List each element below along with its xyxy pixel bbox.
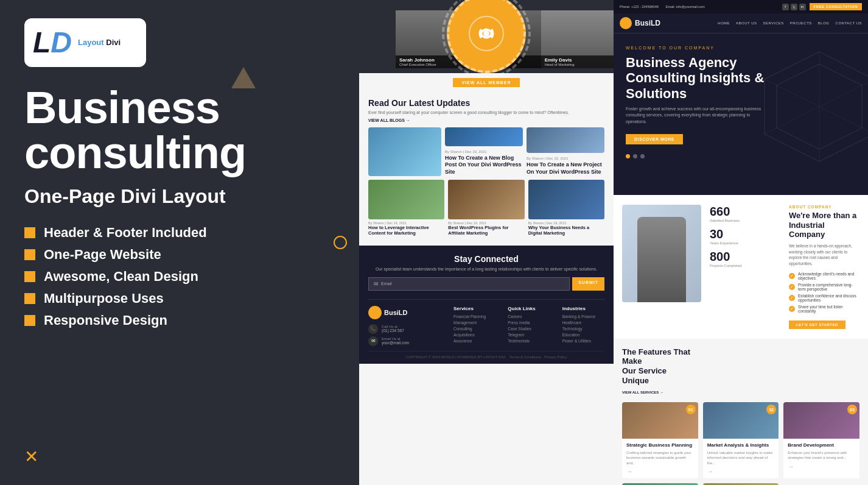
svg-line-6 [765,79,868,134]
footer-ind-3[interactable]: Technology [562,327,604,331]
triangle-decoration [231,67,256,88]
circle-decoration [334,236,347,249]
footer-qlink-5[interactable]: Testimonials [508,339,550,343]
footer-link-4[interactable]: Acquisitions [453,333,495,337]
check-icon-4: ✓ [789,306,795,312]
footer-services-title: Services [453,306,495,311]
feature-item-5: Responsive Design [24,313,335,328]
cross-decoration: ✕ [24,447,38,467]
feature-arrow-2[interactable]: → [707,468,775,475]
footer-qlink-1[interactable]: Careers [508,314,550,319]
footer-copyright: COPYRIGHT © 2024 BUSILD | POWERED BY LAY… [368,351,604,359]
footer-ind-1[interactable]: Banking & Finance [562,314,604,319]
logo-text: Layout Divi [78,38,121,48]
hero-dot-1[interactable] [626,154,630,158]
feature-card-desc-3: Enhance your brand's presence with strat… [788,450,855,461]
feature-arrow-3[interactable]: → [788,463,855,470]
blog-grid-bottom: By Sharon | Dec 19, 2021 How to Leverage… [368,180,604,236]
discover-button[interactable]: DISCOVER MORE [626,134,683,144]
footer-qlink-3[interactable]: Case Studies [508,327,550,331]
right-nav-logo: BusiLD [620,17,660,29]
subtitle: One-Page Divi Layout [24,185,335,208]
feature-card-title-1: Strategic Business Planning [626,442,694,448]
topbar-phone: Phone: +123 - 234568048 [620,5,659,9]
team-name-3: Emily Davis [545,57,610,63]
feature-card-num-1: 01 [686,405,696,414]
about-image [622,205,701,302]
lets-start-button[interactable]: LET'S GET STARTED [789,320,845,329]
nav-contact[interactable]: CONTACT US [836,21,862,25]
team-member-3: Emily Davis Head of Marketing [541,0,614,73]
nav-blog[interactable]: BLOG [818,21,830,25]
blog-image-large-1 [368,127,441,176]
blog-image-4 [448,180,524,219]
feature-item-1: Header & Footer Included [24,225,335,241]
check-icon-3: ✓ [789,295,795,301]
features-title: The Features That MakeOur Service Unique [622,347,695,385]
footer-bottom: BusiLD 📞 Call Us at (01) 234 567 ✉ Email… [368,299,604,346]
nav-projects[interactable]: PROJECTS [790,21,812,25]
right-about: 660 Satisfied Business 30 Years Experien… [614,195,868,339]
footer-link-3[interactable]: Consulting [453,327,495,331]
footer-email: ✉ Email Us at your@mail.com [368,336,441,346]
feature-arrow-1[interactable]: → [626,468,694,475]
free-consultation-button[interactable]: FREE CONSULTATION [810,3,863,10]
footer-ind-4[interactable]: Education [562,333,604,337]
twitter-icon[interactable]: 𝕏 [791,4,797,10]
feature-bullet-4 [24,293,35,304]
nav-about[interactable]: ABOUT US [736,21,757,25]
logo-box: LD Layout Divi [24,18,146,67]
blog-grid-top: By Sharon | Dec 19, 2021 How To Create a… [368,127,604,176]
footer-qlink-2[interactable]: Press media [508,320,550,325]
stat-label-2: Years Experience [710,241,780,246]
footer-link-5[interactable]: Assurance [453,339,495,343]
feature-bullet-3 [24,271,35,282]
hero-dot-2[interactable] [633,154,637,158]
feature-label-5: Responsive Design [44,313,167,328]
phone-icon: 📞 [368,324,378,334]
footer-ind-5[interactable]: Power & Utilities [562,339,604,343]
nav-services[interactable]: SERVICES [763,21,784,25]
feature-card-body-2: Market Analysis & Insights Unlock valuab… [703,439,779,478]
right-navbar: BusiLD HOME ABOUT US SERVICES PROJECTS B… [614,13,868,34]
check-icon-1: ✓ [789,273,795,279]
right-features: The Features That MakeOur Service Unique… [614,339,868,485]
feature-item-4: Multipurpose Uses [24,291,335,306]
hero-dot-3[interactable] [640,154,645,158]
svg-marker-2 [765,52,868,161]
feature-card-body-3: Brand Development Enhance your brand's p… [783,439,859,473]
blog-image-small-1 [445,127,523,146]
facebook-icon[interactable]: f [782,4,789,10]
stay-description: Our specialist team understands the impo… [368,266,604,272]
view-all-member-button[interactable]: VIEW ALL MEMBER [453,78,519,87]
footer-brand: BusiLD 📞 Call Us at (01) 234 567 ✉ Email… [368,306,441,346]
stat-number-1: 660 [710,205,780,219]
view-all-blogs-link[interactable]: VIEW ALL BLOGS → [368,118,604,122]
about-title: We're More than aIndustrial Company [789,211,859,239]
instagram-icon[interactable]: in [799,4,806,10]
feature-label-4: Multipurpose Uses [44,291,164,306]
blog-section: Read Our Latest Updates Ever find yourse… [359,92,614,243]
nav-home[interactable]: HOME [718,21,730,25]
stay-connected: Stay Connected Our specialist team under… [368,254,604,291]
footer-ind-2[interactable]: Healthcare [562,320,604,325]
footer-quicklinks-col: Quick Links Careers Press media Case Stu… [508,306,550,346]
feature-bullet-1 [24,227,35,238]
footer-industries-title: Industries [562,306,604,311]
footer-link-2[interactable]: Management [453,320,495,325]
footer-services-col: Services Financial Planning Management C… [453,306,495,346]
footer-qlink-4[interactable]: Telegram [508,333,550,337]
stat-label-1: Satisfied Business [710,219,780,224]
right-topbar: Phone: +123 - 234568048 Email: info@your… [614,0,868,13]
view-services-link[interactable]: VIEW ALL SERVICES → [622,391,663,394]
checklist-item-4: ✓ Share your time but listen constantly [789,305,859,313]
blog-item-3: By Sharon | Dec 19, 2021 How to Leverage… [368,180,444,236]
footer-link-1[interactable]: Financial Planning [453,314,495,319]
email-input[interactable]: ✉ Email [368,277,570,291]
feature-card-3: 03 Brand Development Enhance your brand'… [783,402,859,478]
footer-industries-col: Industries Banking & Finance Healthcare … [562,306,604,346]
blog-description: Ever find yourself staring at your compu… [368,110,604,116]
submit-button[interactable]: SUBMIT [572,277,604,291]
blog-item-5: By Sharon | Dec 19, 2021 Why Your Busine… [528,180,604,236]
topbar-actions: f 𝕏 in FREE CONSULTATION [782,3,863,10]
